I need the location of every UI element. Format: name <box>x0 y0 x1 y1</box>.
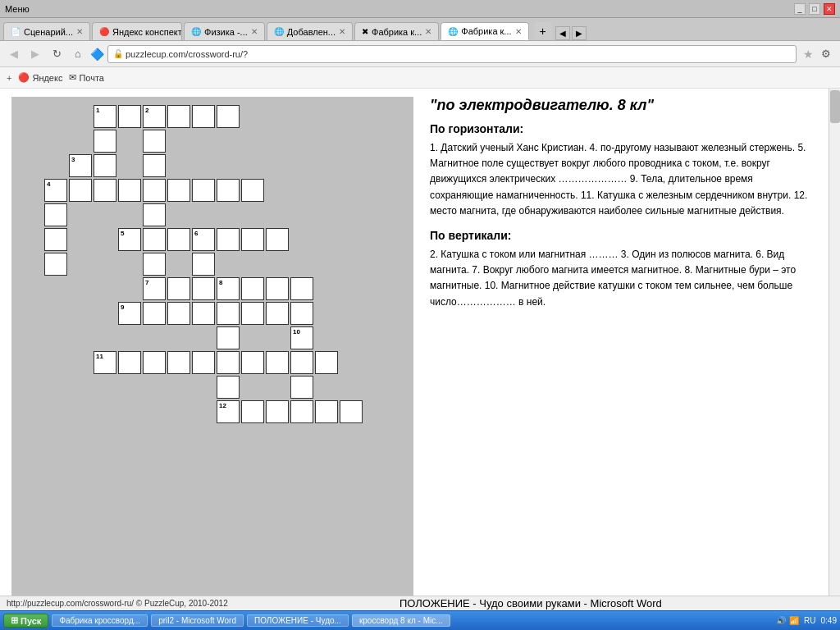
taskbar-item-1[interactable]: pril2 - Microsoft Word <box>151 614 244 627</box>
cell-6-5[interactable] <box>241 228 264 251</box>
cell-1-2[interactable] <box>118 105 141 128</box>
cell-6-4[interactable] <box>217 228 240 251</box>
cell-8-10[interactable] <box>290 277 313 300</box>
cell-6-0[interactable]: 5 <box>118 228 141 251</box>
close-btn[interactable]: ✕ <box>824 3 835 15</box>
cell-5-s[interactable] <box>44 203 67 226</box>
tab-3[interactable]: 🌐 Добавлен... ✕ <box>267 22 353 40</box>
tab-close-5[interactable]: ✕ <box>515 27 522 36</box>
cell-7-6[interactable] <box>192 253 215 276</box>
cell-13-7[interactable] <box>266 400 289 423</box>
cell-9-0[interactable]: 9 <box>118 302 141 325</box>
tab-0[interactable]: 📄 Сценарий... ✕ <box>3 22 90 40</box>
cell-6-2[interactable] <box>167 228 190 251</box>
cell-9-6[interactable] <box>266 302 289 325</box>
taskbar-item-3[interactable]: кроссворд 8 кл - Mic... <box>352 614 450 627</box>
cell-2-1[interactable] <box>94 130 116 153</box>
cell-13-10[interactable] <box>340 400 363 423</box>
add-bookmark-icon[interactable]: + <box>7 73 11 83</box>
cell-10-4[interactable] <box>217 326 240 349</box>
cell-4-7[interactable] <box>217 179 240 202</box>
bookmark-yandex[interactable]: 🔴 Яндекс <box>18 72 62 83</box>
tab-4[interactable]: ✖ Фабрика к... ✕ <box>354 22 439 40</box>
cell-12-10b[interactable] <box>290 376 313 399</box>
scrollbar-thumb[interactable] <box>830 90 840 123</box>
cell-1-6[interactable] <box>217 105 240 128</box>
tab-1[interactable]: 🔴 Яндекс конспект... ✕ <box>92 22 182 40</box>
settings-button[interactable]: ⚙ <box>817 45 835 63</box>
cell-11-7[interactable] <box>266 351 289 374</box>
cell-7-s[interactable] <box>44 253 67 276</box>
tab-5[interactable]: 🌐 Фабрика к... ✕ <box>441 22 528 40</box>
cell-4-s[interactable]: 4 <box>44 179 67 202</box>
cell-3-0[interactable]: 3 <box>69 154 92 177</box>
cell-6-1[interactable] <box>143 228 166 251</box>
tab-close-3[interactable]: ✕ <box>339 27 345 36</box>
scroll-tabs-right[interactable]: ▶ <box>572 26 587 40</box>
cell-9-1[interactable] <box>143 302 166 325</box>
cell-4-5[interactable] <box>167 179 190 202</box>
reload-button[interactable]: ↻ <box>48 45 66 63</box>
cell-9-7[interactable] <box>290 302 313 325</box>
cell-13-5[interactable]: 12 <box>217 400 240 423</box>
start-button[interactable]: ⊞ Пуск <box>3 614 48 628</box>
cell-9-5[interactable] <box>241 302 264 325</box>
cell-4-6[interactable] <box>192 179 215 202</box>
cell-13-9[interactable] <box>315 400 338 423</box>
cell-8-5[interactable] <box>167 277 190 300</box>
menu-label[interactable]: Меню <box>5 4 30 14</box>
cell-7-4[interactable] <box>143 253 166 276</box>
cell-1-1[interactable]: 1 <box>94 105 116 128</box>
cell-9-3[interactable] <box>192 302 215 325</box>
cell-8-7[interactable]: 8 <box>217 277 240 300</box>
cell-2-3[interactable] <box>143 130 166 153</box>
cell-11-3[interactable] <box>167 351 190 374</box>
home-button[interactable]: ⌂ <box>69 45 87 63</box>
cell-6-s1[interactable] <box>44 228 67 251</box>
cell-8-8[interactable] <box>241 277 264 300</box>
cell-1-4[interactable] <box>167 105 190 128</box>
cell-4-3[interactable] <box>118 179 141 202</box>
cell-1-5[interactable] <box>192 105 215 128</box>
cell-13-6[interactable] <box>241 400 264 423</box>
cell-3-1[interactable] <box>94 154 116 177</box>
cell-5-4[interactable] <box>143 203 166 226</box>
cell-8-9[interactable] <box>266 277 289 300</box>
forward-button[interactable]: ▶ <box>26 45 44 63</box>
cell-10-10[interactable]: 10 <box>290 326 313 349</box>
cell-4-2[interactable] <box>94 179 116 202</box>
cell-6-3[interactable]: 6 <box>192 228 215 251</box>
cell-6-6[interactable] <box>266 228 289 251</box>
cell-8-6[interactable] <box>192 277 215 300</box>
tab-close-4[interactable]: ✕ <box>425 27 431 36</box>
cell-11-2[interactable] <box>143 351 166 374</box>
tab-2[interactable]: 🌐 Физика -... ✕ <box>184 22 265 40</box>
cell-11-5[interactable] <box>217 351 240 374</box>
cell-13-8[interactable] <box>290 400 313 423</box>
scroll-tabs-left[interactable]: ◀ <box>555 26 570 40</box>
cell-4-8[interactable] <box>241 179 264 202</box>
cell-9-2[interactable] <box>167 302 190 325</box>
back-button[interactable]: ◀ <box>5 45 23 63</box>
favorite-star[interactable]: ★ <box>803 48 814 61</box>
cell-3-3[interactable] <box>143 154 166 177</box>
cell-12-5[interactable] <box>217 376 240 399</box>
tab-close-2[interactable]: ✕ <box>251 27 258 36</box>
cell-11-0[interactable]: 11 <box>94 351 116 374</box>
cell-11-1[interactable] <box>118 351 141 374</box>
address-bar[interactable]: 🔓 puzzlecup.com/crossword-ru/? <box>107 45 797 63</box>
new-tab-button[interactable]: + <box>534 22 552 40</box>
cell-11-4[interactable] <box>192 351 215 374</box>
scrollbar[interactable] <box>829 89 840 610</box>
cell-4-1[interactable] <box>69 179 92 202</box>
maximize-btn[interactable]: □ <box>809 3 820 15</box>
minimize-btn[interactable]: _ <box>794 3 806 15</box>
cell-11-6[interactable] <box>241 351 264 374</box>
cell-11-9[interactable] <box>315 351 338 374</box>
cell-1-3[interactable]: 2 <box>143 105 166 128</box>
taskbar-item-2[interactable]: ПОЛОЖЕНИЕ - Чудо... <box>247 614 349 627</box>
cell-8-4[interactable]: 7 <box>143 277 166 300</box>
cell-11-8[interactable] <box>290 351 313 374</box>
cell-9-4[interactable] <box>217 302 240 325</box>
tab-close-0[interactable]: ✕ <box>76 27 83 36</box>
